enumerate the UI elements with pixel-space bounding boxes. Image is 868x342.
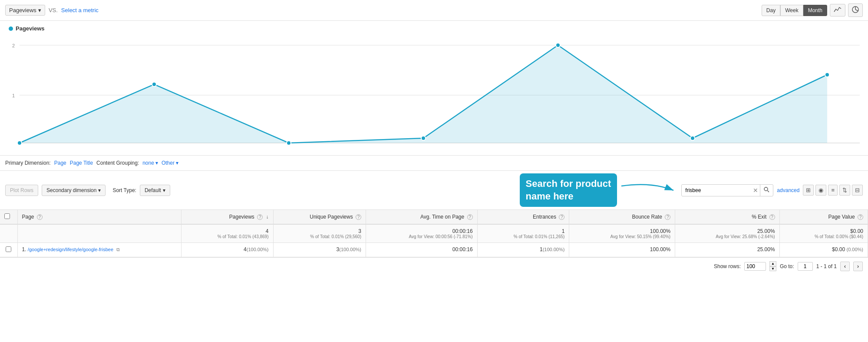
content-grouping-value: none — [142, 160, 154, 166]
prev-page-button[interactable]: ‹ — [840, 262, 850, 271]
page-help-icon[interactable]: ? — [37, 214, 43, 220]
sort-type-dropdown[interactable]: Default ▾ — [140, 185, 170, 196]
svg-text:1: 1 — [12, 93, 15, 98]
row1-copy-icon[interactable]: ⧉ — [116, 247, 120, 252]
chart-svg-container: 2 1 ... Mar 25 — [0, 34, 868, 146]
total-pageviews-sub: % of Total: 0.01% (43,869) — [186, 234, 269, 239]
vs-label: VS. — [49, 7, 58, 13]
chart-legend: Pageviews — [0, 25, 868, 34]
total-bounce-rate-sub: Avg for View: 50.15% (99.40%) — [574, 234, 670, 239]
list-view-button[interactable]: ≡ — [828, 185, 838, 196]
week-button[interactable]: Week — [780, 5, 803, 16]
row1-avg-time: 00:00:16 — [452, 246, 473, 252]
total-page-value-sub: % of Total: 0.00% ($0.44) — [784, 234, 863, 239]
secondary-dim-dropdown[interactable]: Secondary dimension ▾ — [42, 185, 106, 196]
page-value-help-icon[interactable]: ? — [858, 214, 863, 220]
svg-point-24 — [764, 187, 768, 191]
sort-view-button[interactable]: ⇅ — [839, 185, 850, 196]
header-right: Day Week Month — [762, 3, 863, 17]
show-rows-label: Show rows: — [714, 263, 741, 269]
annotation-bubble: Search for product name here — [520, 173, 617, 207]
unique-pageviews-help-icon[interactable]: ? — [356, 214, 361, 220]
entrances-help-icon[interactable]: ? — [559, 214, 564, 220]
grid-view-button[interactable]: ⊞ — [803, 185, 814, 196]
row1-bounce-rate-cell: 100.00% — [569, 243, 675, 257]
other-dropdown[interactable]: Other ▾ — [162, 160, 178, 166]
rows-stepper: ▲ ▼ — [769, 261, 776, 271]
data-table-wrapper: Page ? Pageviews ? ↓ Unique Pageviews ? … — [0, 210, 868, 257]
goto-input[interactable] — [798, 262, 813, 271]
table-header-row: Page ? Pageviews ? ↓ Unique Pageviews ? … — [0, 210, 868, 224]
month-button[interactable]: Month — [803, 5, 827, 16]
svg-line-25 — [768, 190, 769, 192]
row1-page-value: $0.00 — [832, 246, 845, 252]
day-button[interactable]: Day — [762, 5, 780, 16]
advanced-link[interactable]: advanced — [777, 187, 799, 193]
svg-point-10 — [152, 82, 156, 86]
plot-rows-button[interactable]: Plot Rows — [5, 185, 38, 196]
select-metric-link[interactable]: Select a metric — [61, 7, 99, 13]
total-unique-pageviews-value: 3 — [358, 228, 361, 234]
bounce-rate-help-icon[interactable]: ? — [665, 214, 670, 220]
col-header-page-value: Page Value ? — [779, 210, 868, 224]
search-clear-button[interactable]: ✕ — [751, 187, 760, 194]
legend-dot — [9, 27, 13, 31]
avg-time-help-icon[interactable]: ? — [467, 214, 473, 220]
row1-checkbox[interactable] — [6, 246, 11, 252]
page-dim-link[interactable]: Page — [54, 160, 66, 166]
annotation-line2: name here — [526, 191, 574, 202]
header-left: Pageviews ▾ VS. Select a metric — [5, 5, 99, 16]
pie-chart-icon[interactable] — [848, 3, 863, 17]
row1-entrances-pct: (100.00%) — [543, 247, 565, 252]
total-bounce-rate-value: 100.00% — [650, 228, 670, 234]
search-input[interactable] — [682, 185, 751, 196]
table-view-button[interactable]: ⊟ — [852, 185, 863, 196]
content-grouping-dropdown[interactable]: none ▾ — [142, 160, 158, 166]
svg-point-11 — [287, 141, 291, 145]
row1-pageviews-cell: 4(100.00%) — [181, 243, 273, 257]
svg-point-13 — [556, 43, 560, 47]
rows-up-button[interactable]: ▲ — [769, 261, 776, 266]
sort-type-label: Sort Type: — [112, 187, 136, 193]
pct-exit-help-icon[interactable]: ? — [769, 214, 775, 220]
search-icon — [764, 187, 769, 193]
next-page-button[interactable]: › — [853, 262, 863, 271]
pageviews-sort-icon[interactable]: ↓ — [266, 214, 269, 220]
view-icons: ⊞ ◉ ≡ ⇅ ⊟ — [803, 185, 863, 196]
sort-type-value: Default — [145, 187, 161, 193]
total-avg-time-value: 00:00:16 — [452, 228, 473, 234]
search-submit-button[interactable] — [760, 185, 773, 196]
col-header-pct-exit: % Exit ? — [675, 210, 779, 224]
row1-page-cell: 1. /google+redesign/lifestyle/google-fri… — [17, 243, 181, 257]
annotation-wrapper: Search for product name here — [520, 173, 678, 207]
total-pct-exit-cell: 25.00% Avg for View: 25.68% (-2.64%) — [675, 224, 779, 243]
show-rows-input[interactable] — [744, 262, 766, 271]
total-pct-exit-sub: Avg for View: 25.68% (-2.64%) — [680, 234, 775, 239]
row1-pct-exit: 25.00% — [757, 246, 775, 252]
total-entrances-sub: % of Total: 0.01% (11,265) — [482, 234, 565, 239]
metric-dropdown[interactable]: Pageviews ▾ — [5, 5, 45, 16]
total-page-value-cell: $0.00 % of Total: 0.00% ($0.44) — [779, 224, 868, 243]
page-range-label: 1 - 1 of 1 — [816, 263, 837, 269]
svg-point-12 — [421, 136, 426, 140]
total-page-cell — [17, 224, 181, 243]
select-all-checkbox[interactable] — [4, 213, 10, 219]
content-grouping-arrow-icon: ▾ — [155, 160, 158, 166]
controls-row: Plot Rows Secondary dimension ▾ Sort Typ… — [0, 171, 868, 210]
goto-label: Go to: — [780, 263, 794, 269]
line-chart-icon[interactable] — [830, 4, 845, 17]
pagination-row: Show rows: ▲ ▼ Go to: 1 - 1 of 1 ‹ › — [0, 257, 868, 275]
other-label: Other — [162, 160, 175, 166]
pie-view-button[interactable]: ◉ — [815, 185, 826, 196]
row1-page-value-cell: $0.00 (0.00%) — [779, 243, 868, 257]
pageviews-help-icon[interactable]: ? — [257, 214, 263, 220]
data-table: Page ? Pageviews ? ↓ Unique Pageviews ? … — [0, 210, 868, 257]
rows-down-button[interactable]: ▼ — [769, 266, 776, 272]
page-title-dim-link[interactable]: Page Title — [70, 160, 93, 166]
row1-index: 1. — [22, 246, 26, 252]
row1-pct-exit-cell: 25.00% — [675, 243, 779, 257]
col-header-pageviews: Pageviews ? ↓ — [181, 210, 273, 224]
search-box: ✕ — [681, 184, 773, 196]
row1-page-link[interactable]: /google+redesign/lifestyle/google-frisbe… — [28, 247, 113, 252]
total-pct-exit-value: 25.00% — [757, 228, 775, 234]
